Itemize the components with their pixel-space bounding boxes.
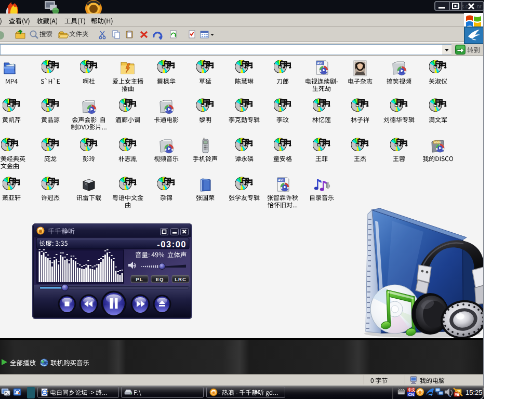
svg-text:d s.c: d s.c [457,4,468,9]
svg-text:PL: PL [136,276,143,282]
svg-text:CN: CN [408,392,415,397]
svg-text:nr: nr [477,4,482,9]
svg-text:-03:00: -03:00 [157,240,187,249]
svg-text:EQ: EQ [156,276,164,282]
svg-text:LRC: LRC [175,276,187,282]
